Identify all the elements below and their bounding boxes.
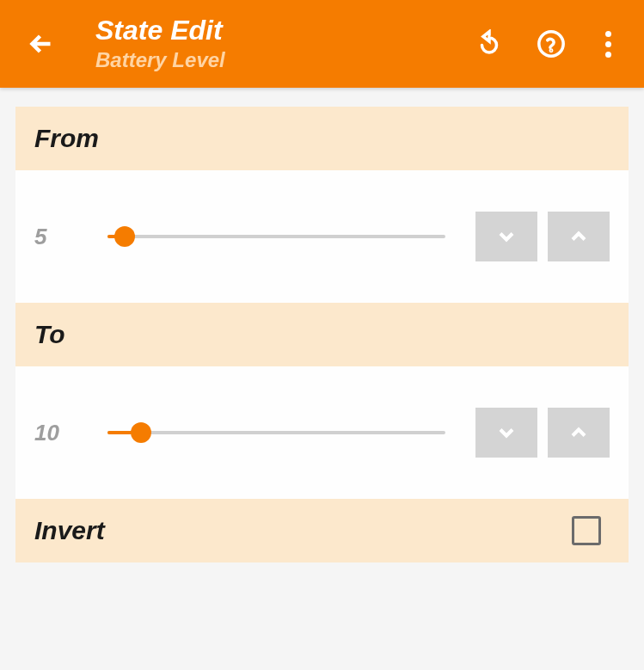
- chevron-down-icon: [494, 421, 518, 445]
- arrow-left-icon: [26, 28, 57, 59]
- from-section-body: 5: [15, 170, 629, 303]
- chevron-down-icon: [494, 224, 518, 249]
- page-title: State Edit: [95, 15, 475, 46]
- content-area: From 5 To 10: [0, 88, 644, 581]
- to-stepper: [475, 408, 610, 458]
- undo-icon: [475, 29, 504, 58]
- from-decrease-button[interactable]: [475, 212, 537, 261]
- from-section-header: From: [15, 107, 629, 170]
- invert-checkbox[interactable]: [572, 516, 601, 545]
- to-section-header: To: [15, 303, 629, 366]
- header-actions: [475, 29, 618, 58]
- page-subtitle: Battery Level: [95, 48, 475, 72]
- slider-track: [107, 431, 445, 434]
- slider-thumb[interactable]: [114, 226, 135, 247]
- slider-track: [107, 235, 445, 238]
- to-increase-button[interactable]: [548, 408, 610, 458]
- from-stepper: [475, 212, 610, 261]
- from-value-label: 5: [34, 224, 77, 250]
- back-button[interactable]: [26, 28, 57, 59]
- svg-point-1: [550, 50, 551, 51]
- to-slider[interactable]: [107, 422, 445, 443]
- to-decrease-button[interactable]: [475, 408, 537, 458]
- from-slider[interactable]: [107, 226, 445, 247]
- invert-section: Invert: [15, 499, 629, 562]
- header-title-block: State Edit Battery Level: [95, 15, 475, 71]
- slider-thumb[interactable]: [131, 422, 151, 443]
- more-menu-button[interactable]: [598, 31, 618, 58]
- app-header: State Edit Battery Level: [0, 0, 644, 88]
- chevron-up-icon: [567, 421, 591, 445]
- chevron-up-icon: [567, 224, 591, 249]
- help-icon: [537, 29, 566, 58]
- dot-icon: [605, 52, 611, 58]
- to-section-body: 10: [15, 366, 629, 499]
- help-button[interactable]: [537, 29, 566, 58]
- invert-label: Invert: [34, 516, 105, 545]
- dot-icon: [605, 41, 611, 47]
- undo-button[interactable]: [475, 29, 504, 58]
- dot-icon: [605, 31, 611, 37]
- from-increase-button[interactable]: [548, 212, 610, 261]
- to-value-label: 10: [34, 420, 77, 446]
